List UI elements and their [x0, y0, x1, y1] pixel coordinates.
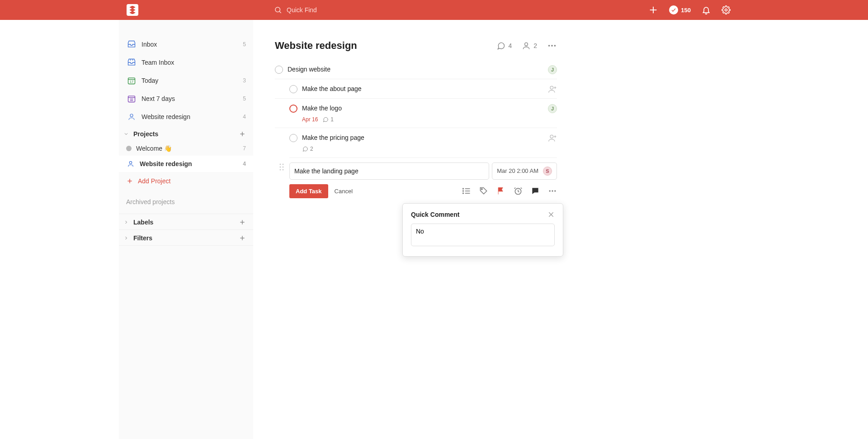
project-welcome-count: 7 [243, 145, 246, 152]
projects-section-header[interactable]: Projects [119, 126, 253, 141]
add-project-label: Add Project [138, 177, 170, 185]
nav-inbox-label: Inbox [142, 41, 236, 48]
svg-line-1 [279, 11, 281, 13]
drag-handle[interactable] [279, 163, 284, 171]
task-title[interactable]: Design website [288, 65, 543, 74]
task-assignee-avatar[interactable]: J [548, 65, 557, 74]
assign-task-button[interactable] [548, 134, 557, 143]
task-comments-indicator[interactable]: 1 [322, 116, 334, 124]
karma-indicator[interactable]: 150 [669, 5, 691, 14]
notifications-button[interactable] [702, 5, 711, 14]
add-project-inline[interactable] [239, 130, 246, 138]
add-project-button[interactable]: Add Project [119, 172, 253, 190]
quick-comment-input[interactable]: No [411, 224, 555, 246]
svg-point-32 [280, 163, 281, 165]
svg-point-35 [283, 166, 284, 167]
nav-today-count: 3 [243, 77, 246, 84]
labels-section-header[interactable]: Labels [119, 214, 253, 229]
inbox-icon [126, 39, 137, 50]
svg-point-33 [283, 163, 284, 165]
quick-find[interactable]: Quick Find [274, 6, 317, 14]
project-people-button[interactable]: 2 [522, 41, 537, 50]
settings-button[interactable] [722, 5, 731, 14]
task-input-text: Make the landing page [294, 167, 484, 175]
team-inbox-icon [126, 57, 137, 68]
topbar: Quick Find 150 [0, 0, 868, 20]
add-task-button[interactable]: Add Task [289, 184, 328, 198]
bell-icon [702, 5, 711, 14]
project-website-redesign-count: 4 [243, 161, 246, 167]
task-checkbox[interactable] [289, 85, 297, 93]
project-welcome-label: Welcome 👋 [136, 145, 236, 152]
more-horizontal-icon [547, 41, 557, 51]
add-label-button[interactable] [239, 219, 246, 226]
cancel-button[interactable]: Cancel [328, 184, 359, 198]
svg-point-34 [280, 166, 281, 167]
svg-point-25 [554, 45, 556, 47]
svg-point-22 [525, 43, 528, 46]
comment-tool[interactable] [531, 186, 540, 196]
task-title[interactable]: Make the pricing page [302, 134, 543, 143]
task-checkbox[interactable] [275, 66, 283, 74]
labels-header-label: Labels [133, 219, 236, 226]
add-filter-button[interactable] [239, 234, 246, 242]
project-welcome[interactable]: Welcome 👋 7 [119, 141, 253, 156]
drag-handle-icon [279, 163, 284, 171]
filters-header-label: Filters [133, 234, 236, 242]
project-title: Website redesign [275, 40, 496, 52]
flag-icon [496, 186, 505, 196]
quick-add-button[interactable] [648, 5, 658, 15]
nav-inbox[interactable]: Inbox 5 [119, 35, 253, 53]
comment-icon [302, 146, 308, 152]
person-plus-icon [548, 134, 557, 143]
task-assignee-avatar[interactable]: J [548, 104, 557, 113]
assign-task-button[interactable] [548, 85, 557, 94]
project-more-button[interactable] [547, 41, 557, 51]
svg-point-48 [554, 191, 556, 192]
filters-section-header[interactable]: Filters [119, 230, 253, 245]
list-icon [462, 186, 471, 196]
list-tool[interactable] [462, 186, 471, 196]
quick-find-placeholder: Quick Find [287, 6, 317, 14]
svg-point-46 [549, 191, 551, 192]
task-comments-indicator[interactable]: 2 [302, 145, 313, 153]
project-comments-button[interactable]: 4 [496, 41, 512, 50]
close-button[interactable] [547, 211, 555, 218]
task-title[interactable]: Make the logo [302, 104, 543, 113]
nav-next7-count: 5 [243, 95, 246, 102]
projects-header-label: Projects [133, 130, 236, 138]
svg-point-41 [463, 188, 464, 189]
nav-next-7-days[interactable]: Next 7 days 5 [119, 90, 253, 108]
comment-icon [496, 41, 505, 50]
alarm-icon [514, 186, 523, 196]
comment-filled-icon [531, 186, 540, 196]
nav-team-inbox[interactable]: Team Inbox [119, 53, 253, 72]
editor-assignee[interactable]: S [543, 167, 552, 176]
archived-projects-label: Archived projects [126, 198, 175, 205]
task-input[interactable]: Make the landing page [289, 162, 489, 180]
task-row: Design website J [275, 60, 557, 79]
search-icon [274, 6, 282, 14]
nav-inbox-count: 5 [243, 41, 246, 48]
svg-point-12 [130, 114, 133, 117]
nav-today[interactable]: 17 Today 3 [119, 72, 253, 90]
today-icon: 17 [126, 75, 137, 86]
reminder-tool[interactable] [514, 186, 523, 196]
more-horizontal-icon [548, 186, 557, 196]
svg-point-15 [129, 162, 132, 164]
archived-projects[interactable]: Archived projects [119, 190, 253, 214]
task-comments-count: 1 [330, 116, 334, 124]
project-website-redesign[interactable]: Website redesign 4 [119, 156, 253, 172]
schedule-picker[interactable]: Mar 20 2:00 AM S [492, 162, 557, 180]
more-tool[interactable] [548, 186, 557, 196]
task-title[interactable]: Make the about page [302, 85, 543, 94]
label-tool[interactable] [479, 186, 488, 196]
priority-tool[interactable] [496, 186, 505, 196]
nav-shared-project[interactable]: Website redesign 4 [119, 108, 253, 126]
task-checkbox[interactable] [289, 134, 297, 142]
task-checkbox[interactable] [289, 105, 297, 113]
task-due-date[interactable]: Apr 16 [302, 116, 318, 124]
person-icon [126, 111, 137, 122]
task-editor: Make the landing page Mar 20 2:00 AM S A… [289, 157, 557, 198]
svg-point-29 [550, 135, 553, 138]
